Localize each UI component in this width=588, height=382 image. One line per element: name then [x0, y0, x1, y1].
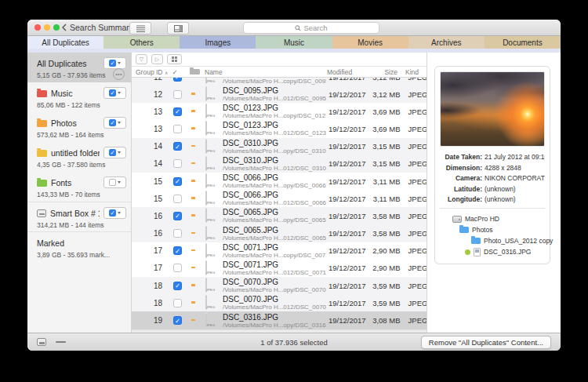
tree-item-photo-usa-2012-copy[interactable]: Photo_USA_2012 copy: [440, 235, 545, 246]
list-view-button[interactable]: [129, 22, 151, 35]
add-smart-box-button[interactable]: [37, 338, 46, 346]
sidebar-item-checkbox[interactable]: [103, 57, 126, 69]
checkbox-icon: [173, 78, 182, 82]
jpeg-file-icon: JPEG: [205, 86, 207, 101]
tree-item-macpro-hd[interactable]: MacPro HD: [440, 213, 545, 224]
row-checkbox[interactable]: [172, 125, 183, 133]
smart-box-icon: [37, 209, 46, 217]
sidebar-item-checkbox[interactable]: [103, 87, 126, 99]
metadata-row: Latitude: (unknown): [440, 185, 545, 193]
tab-others[interactable]: Others: [103, 36, 180, 49]
row-checkbox[interactable]: [172, 78, 183, 82]
row-checkbox[interactable]: [172, 229, 183, 238]
sidebar-item-label: Smart Box # 1: [50, 209, 100, 218]
group-id-cell: 14: [132, 142, 162, 151]
column-header-group-id[interactable]: Group ID ∧: [132, 68, 165, 76]
zoom-window-button[interactable]: [53, 24, 60, 31]
remove-content-button[interactable]: Remove "All Duplicates" Content...: [421, 336, 551, 349]
ellipsis-badge-icon[interactable]: •••: [113, 68, 125, 80]
tab-movies[interactable]: Movies: [332, 36, 408, 49]
name-cell: DSC_0095.JPG /Volumes/MacPro H...copy/DS…: [223, 78, 326, 85]
sidebar-item-music[interactable]: Music 85,06 MB - 122 items •••: [27, 82, 131, 112]
table-row[interactable]: 17 JPEG DSC_0071.JPG /Volumes/MacPro H..…: [132, 242, 426, 260]
expand-all-button[interactable]: ▷: [151, 54, 163, 64]
preview-layout-button[interactable]: [167, 22, 189, 35]
row-checkbox[interactable]: [172, 177, 183, 186]
tab-archives[interactable]: Archives: [408, 36, 485, 49]
sidebar-item-all-duplicates[interactable]: All Duplicates 5,15 GB - 37.936 items ••…: [27, 53, 131, 82]
table-row[interactable]: 15 JPEG DSC_0066.JPG /Volumes/MacPro H..…: [132, 173, 426, 190]
duplicates-table: ▽ ▷ Group ID ∧ ✓ Name Modified Size Kind…: [132, 53, 426, 333]
grid-view-button[interactable]: [167, 54, 182, 64]
back-button[interactable]: Search Summary: [62, 20, 133, 35]
table-row[interactable]: 19 JPEG DSC_0316.JPG /Volumes/MacPro H..…: [132, 311, 426, 329]
sidebar-item-untitled-folder[interactable]: untitled folder 4,35 GB - 37.580 items •…: [27, 142, 131, 172]
checkbox-icon: [173, 159, 182, 168]
sidebar-item-fonts[interactable]: Fonts 143,33 MB - 70 items •••: [27, 172, 131, 202]
checkbox-icon: [173, 299, 182, 307]
kind-cell: JPEG: [401, 195, 426, 203]
table-row[interactable]: 16 JPEG DSC_0065.JPG /Volumes/MacPro H..…: [132, 207, 426, 224]
sidebar-item-smart-box-1[interactable]: Smart Box # 1 314,21 MB - 144 items •••: [27, 202, 131, 231]
column-header-kind[interactable]: Kind: [397, 68, 426, 76]
table-row[interactable]: 15 JPEG DSC_0066.JPG /Volumes/MacPro H..…: [132, 190, 426, 207]
row-checkbox[interactable]: [172, 282, 183, 290]
sidebar-item-checkbox[interactable]: [103, 207, 126, 219]
row-checkbox[interactable]: [172, 159, 183, 168]
minimize-window-button[interactable]: [44, 24, 50, 31]
table-row[interactable]: 13 JPEG DSC_0123.JPG /Volumes/MacPro H..…: [132, 120, 426, 137]
row-checkbox[interactable]: [172, 264, 183, 272]
sidebar-item-photos[interactable]: Photos 573,62 MB - 164 items •••: [27, 112, 131, 142]
metadata-value: 4288 x 2848: [485, 164, 521, 172]
table-row[interactable]: 13 JPEG DSC_0123.JPG /Volumes/MacPro H..…: [132, 103, 426, 120]
table-row[interactable]: 14 JPEG DSC_0310.JPG /Volumes/MacPro H..…: [132, 155, 426, 173]
name-cell: DSC_0066.JPG /Volumes/MacPro H...012/DSC…: [223, 191, 326, 206]
row-checkbox[interactable]: [172, 90, 183, 99]
file-path: /Volumes/MacPro H...opy/DSC_0310.JPG: [223, 147, 326, 155]
folder-icon: [37, 90, 47, 97]
table-row[interactable]: 12 JPEG DSC_0095.JPG /Volumes/MacPro H..…: [132, 85, 426, 103]
sidebar-item-checkbox[interactable]: [103, 176, 126, 188]
remove-smart-box-button[interactable]: [56, 341, 66, 344]
search-input[interactable]: Search: [243, 22, 379, 34]
metadata-row: Longitude: (unknown): [440, 195, 545, 203]
file-icon-cell: JPEG: [205, 122, 219, 136]
tab-images[interactable]: Images: [180, 36, 256, 49]
column-header-modified[interactable]: Modified: [327, 68, 361, 76]
sidebar-item-checkbox[interactable]: [103, 117, 126, 129]
row-checkbox[interactable]: [172, 142, 183, 151]
table-row[interactable]: 17 JPEG DSC_0071.JPG /Volumes/MacPro H..…: [132, 260, 426, 277]
table-row[interactable]: 18 JPEG DSC_0070.JPG /Volumes/MacPro H..…: [132, 277, 426, 294]
list-view-icon: [136, 25, 145, 32]
table-row[interactable]: 18 JPEG DSC_0070.JPG /Volumes/MacPro H..…: [132, 294, 426, 311]
tree-item-dsc-0316-jpg[interactable]: DSC_0316.JPG: [440, 246, 545, 257]
group-id-cell: 14: [132, 159, 162, 168]
table-row[interactable]: 16 JPEG DSC_0065.JPG /Volumes/MacPro H..…: [132, 225, 426, 242]
tab-documents[interactable]: Documents: [485, 36, 561, 49]
table-row[interactable]: 12 JPEG DSC_0095.JPG /Volumes/MacPro H..…: [132, 78, 426, 85]
row-checkbox[interactable]: [172, 246, 183, 255]
row-checkbox[interactable]: [172, 195, 183, 203]
size-cell: 3,12 MB: [366, 90, 401, 99]
jpeg-file-icon: JPEG: [205, 278, 207, 293]
tab-music[interactable]: Music: [256, 36, 332, 49]
sidebar-item-marked[interactable]: Marked 3,89 GB - 35.693 mark... •••: [27, 231, 131, 261]
collapse-all-button[interactable]: ▽: [136, 54, 147, 64]
row-checkbox[interactable]: [172, 316, 183, 325]
column-header-size[interactable]: Size: [361, 68, 397, 76]
column-header-name[interactable]: Name: [205, 68, 327, 76]
row-checkbox[interactable]: [172, 212, 183, 220]
row-checkbox[interactable]: [172, 299, 183, 307]
row-checkbox[interactable]: [172, 107, 183, 116]
file-icon-cell: JPEG: [205, 227, 219, 241]
column-header-folder[interactable]: [184, 69, 205, 75]
column-header-checkmark[interactable]: ✓: [165, 68, 184, 76]
tab-all-duplicates[interactable]: All Duplicates: [27, 36, 103, 49]
traffic-lights: [34, 24, 60, 31]
modified-cell: 19/12/2017: [326, 282, 366, 290]
tree-item-photos[interactable]: Photos: [440, 224, 545, 235]
close-window-button[interactable]: [34, 24, 41, 31]
table-row[interactable]: 14 JPEG DSC_0310.JPG /Volumes/MacPro H..…: [132, 138, 426, 155]
kind-cell: JPEG: [401, 177, 426, 186]
sidebar-item-checkbox[interactable]: [103, 147, 126, 158]
